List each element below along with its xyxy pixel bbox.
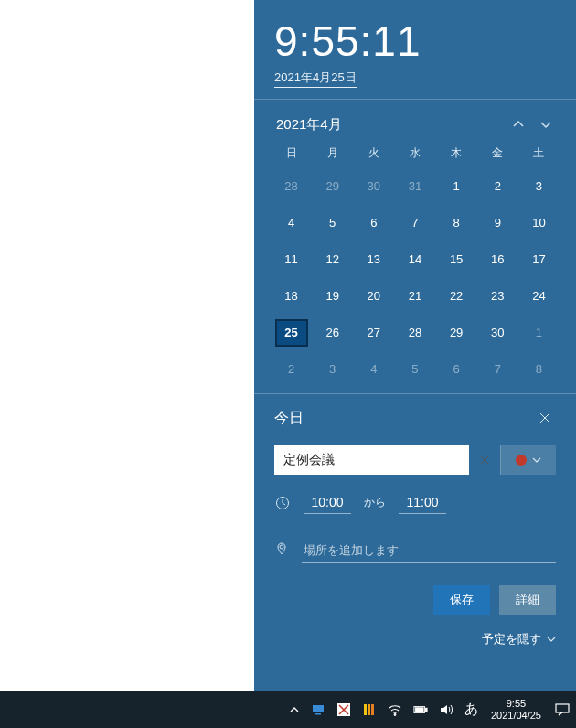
event-close-button[interactable]	[534, 407, 556, 429]
dow-cell: 土	[518, 140, 560, 168]
calendar-day[interactable]: 25	[271, 315, 312, 351]
event-title-input[interactable]	[274, 445, 469, 475]
hide-agenda-label: 予定を隠す	[482, 631, 541, 648]
svg-rect-9	[364, 704, 367, 715]
tray-wifi-icon[interactable]	[382, 691, 408, 728]
calendar-day[interactable]: 24	[518, 278, 560, 315]
calendar-day[interactable]: 30	[477, 315, 518, 351]
calendar-day[interactable]: 6	[436, 351, 477, 388]
calendar-day[interactable]: 7	[477, 351, 518, 388]
svg-rect-7	[315, 713, 321, 715]
calendar-day[interactable]: 19	[312, 278, 353, 315]
calendar-day[interactable]: 28	[271, 168, 312, 205]
start-time-input[interactable]	[304, 491, 351, 514]
clock-calendar-flyout: 9:55:11 2021年4月25日 2021年4月 日月火水木金土 28293…	[254, 0, 576, 691]
calendar-day[interactable]: 31	[394, 168, 435, 205]
calendar-day[interactable]: 8	[518, 351, 560, 388]
svg-point-5	[280, 545, 283, 549]
details-button[interactable]: 詳細	[499, 585, 556, 615]
svg-point-12	[394, 713, 396, 715]
calendar-day[interactable]: 27	[353, 315, 394, 351]
calendar-day[interactable]: 2	[271, 351, 312, 388]
tray-app-icon-1[interactable]	[331, 691, 357, 728]
svg-rect-15	[415, 707, 423, 711]
calendar-picker-button[interactable]	[500, 445, 556, 475]
svg-rect-14	[425, 708, 427, 712]
action-center-button[interactable]	[549, 691, 576, 728]
calendar-next-button[interactable]	[532, 111, 560, 138]
dow-cell: 日	[271, 140, 312, 168]
calendar-day[interactable]: 28	[394, 315, 435, 351]
calendar-day[interactable]: 11	[271, 241, 312, 278]
dow-cell: 金	[477, 140, 518, 168]
taskbar-clock[interactable]: 9:55 2021/04/25	[484, 691, 549, 728]
calendar-day[interactable]: 30	[353, 168, 394, 205]
calendar-day[interactable]: 22	[436, 278, 477, 315]
calendar-day[interactable]: 5	[312, 205, 353, 241]
calendar-day[interactable]: 26	[312, 315, 353, 351]
calendar-day[interactable]: 16	[477, 241, 518, 278]
calendar-day[interactable]: 10	[518, 205, 560, 241]
calendar-day[interactable]: 8	[436, 205, 477, 241]
hide-agenda-button[interactable]: 予定を隠す	[274, 631, 556, 648]
calendar-day[interactable]: 29	[436, 315, 477, 351]
tray-volume-icon[interactable]	[433, 691, 459, 728]
clock-section: 9:55:11 2021年4月25日	[254, 0, 576, 100]
ime-indicator[interactable]: あ	[459, 691, 484, 728]
calendar-day[interactable]: 29	[312, 168, 353, 205]
calendar-day[interactable]: 1	[518, 315, 560, 351]
tray-app-icon-2[interactable]	[357, 691, 382, 728]
calendar-day[interactable]: 9	[477, 205, 518, 241]
tray-battery-icon[interactable]	[408, 691, 433, 728]
calendar-day[interactable]: 3	[518, 168, 560, 205]
clear-title-button[interactable]	[475, 445, 495, 475]
calendar-day[interactable]: 18	[271, 278, 312, 315]
calendar-day[interactable]: 23	[477, 278, 518, 315]
calendar-day[interactable]: 15	[436, 241, 477, 278]
taskbar: あ 9:55 2021/04/25	[0, 691, 576, 728]
end-time-input[interactable]	[399, 491, 446, 514]
clock-icon	[274, 496, 291, 510]
svg-rect-10	[368, 704, 370, 715]
calendar-day[interactable]: 2	[477, 168, 518, 205]
taskbar-time: 9:55	[507, 698, 526, 710]
time-to-label: から	[364, 495, 386, 510]
clock-seconds: 11	[372, 17, 421, 65]
calendar-day[interactable]: 20	[353, 278, 394, 315]
date-link[interactable]: 2021年4月25日	[274, 70, 357, 88]
event-heading: 今日	[274, 409, 534, 428]
tray-monitor-icon[interactable]	[305, 691, 331, 728]
save-button[interactable]: 保存	[433, 585, 490, 615]
clock-hours: 9	[274, 17, 299, 65]
calendar-prev-button[interactable]	[505, 111, 532, 138]
calendar-day[interactable]: 21	[394, 278, 435, 315]
calendar-day[interactable]: 4	[271, 205, 312, 241]
calendar-day[interactable]: 4	[353, 351, 394, 388]
calendar-day[interactable]: 3	[312, 351, 353, 388]
tray-overflow-button[interactable]	[283, 691, 305, 728]
calendar-day[interactable]: 1	[436, 168, 477, 205]
dow-cell: 木	[436, 140, 477, 168]
taskbar-date: 2021/04/25	[491, 710, 541, 722]
clock-minutes: 55	[311, 17, 359, 65]
calendar-color-dot	[516, 455, 527, 466]
calendar-section: 2021年4月 日月火水木金土 282930311234567891011121…	[254, 100, 576, 394]
clock-time: 9:55:11	[274, 16, 556, 66]
calendar-day[interactable]: 5	[394, 351, 435, 388]
calendar-day[interactable]: 7	[394, 205, 435, 241]
calendar-day[interactable]: 17	[518, 241, 560, 278]
dow-cell: 水	[394, 140, 435, 168]
calendar-day[interactable]: 13	[353, 241, 394, 278]
event-section: 今日	[254, 394, 576, 657]
calendar-day[interactable]: 12	[312, 241, 353, 278]
svg-rect-11	[371, 704, 374, 715]
dow-cell: 月	[312, 140, 353, 168]
location-input[interactable]	[302, 538, 556, 563]
dow-cell: 火	[353, 140, 394, 168]
svg-rect-16	[556, 704, 569, 712]
calendar-day[interactable]: 6	[353, 205, 394, 241]
calendar-day[interactable]: 14	[394, 241, 435, 278]
calendar-month-label[interactable]: 2021年4月	[271, 116, 505, 134]
svg-rect-6	[313, 705, 324, 712]
location-icon	[274, 541, 289, 560]
